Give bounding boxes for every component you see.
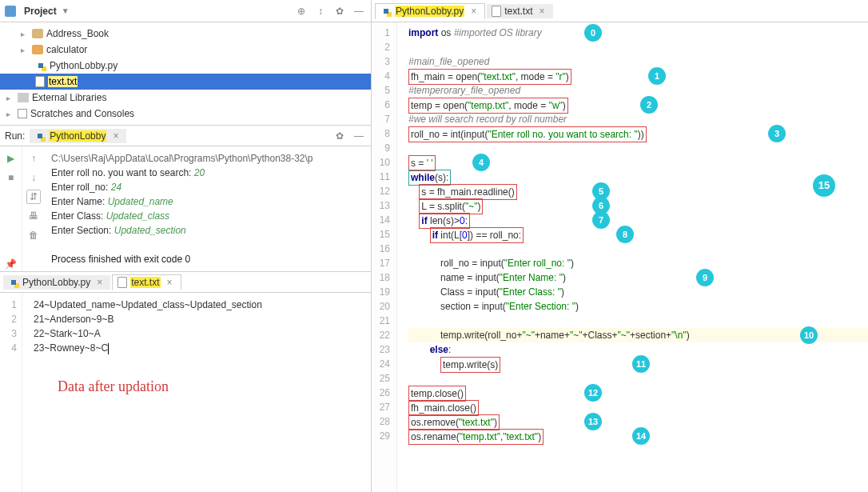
dropdown-icon[interactable]: ▼ <box>62 6 70 15</box>
tree-item-label: Scratches and Consoles <box>30 108 134 119</box>
project-toolbar: Project ▼ ⊕ ↕ ✿ — <box>0 0 371 22</box>
main-editor-tabs: PythonLobby.py×text.txt× <box>372 0 868 22</box>
wrap-icon[interactable]: ⇵ <box>26 190 41 204</box>
line-gutter: 1234 <box>0 293 22 492</box>
close-icon[interactable]: × <box>97 277 102 288</box>
annotation-text: Data after updation <box>58 379 371 394</box>
python-icon <box>8 277 19 288</box>
main-editor: 1234567891011121314151617181920212223242… <box>372 22 868 492</box>
run-console: ▶ ■ 📌 ↑ ↓ ⇵ 🖶 🗑 C:\Users\Raj\AppData\Loc… <box>0 146 371 272</box>
tree-item[interactable]: PythonLobby.py <box>0 58 371 74</box>
tab-label: PythonLobby.py <box>395 6 464 17</box>
annotation-bubble: 12 <box>584 384 602 402</box>
annotation-bubble: 3 <box>768 125 786 142</box>
annotation-bubble: 0 <box>584 24 602 42</box>
locate-icon[interactable]: ⊕ <box>294 4 309 18</box>
editor-tab[interactable]: PythonLobby.py× <box>375 3 485 19</box>
folder-icon <box>32 29 43 38</box>
text-file-icon <box>117 277 127 288</box>
tree-item-label: text.txt <box>48 76 78 87</box>
tab-label: PythonLobby.py <box>22 277 90 288</box>
annotation-bubble: 1 <box>648 67 666 85</box>
python-icon <box>35 60 46 71</box>
run-label: Run: <box>5 130 25 142</box>
text-file-icon <box>35 76 45 87</box>
run-header: Run: PythonLobby × ✿ — <box>0 126 371 146</box>
editor-tab[interactable]: text.txt× <box>487 4 552 18</box>
folder-icon <box>32 45 43 54</box>
annotation-bubble: 8 <box>616 226 634 243</box>
annotation-bubble: 4 <box>472 154 490 171</box>
annotation-bubble: 10 <box>800 326 818 344</box>
project-icon <box>5 6 16 17</box>
tree-item[interactable]: ▸calculator <box>0 42 371 58</box>
tree-item-label: Address_Book <box>46 28 109 39</box>
print-icon[interactable]: 🖶 <box>26 209 41 223</box>
close-icon[interactable]: × <box>167 277 173 288</box>
txt-editor-content[interactable]: 24~Updated_name~Updated_class~Updated_se… <box>22 293 371 492</box>
gear-icon[interactable]: ✿ <box>332 4 347 18</box>
run-tab[interactable]: PythonLobby × <box>30 129 126 143</box>
up-icon[interactable]: ↑ <box>26 151 41 166</box>
pin-icon[interactable]: 📌 <box>4 257 18 271</box>
annotation-bubble: 9 <box>696 269 714 286</box>
hide-icon[interactable]: — <box>352 4 366 18</box>
scratch-icon <box>18 109 27 118</box>
run-gutter-right: ↑ ↓ ⇵ 🖶 🗑 <box>22 146 45 271</box>
tree-item[interactable]: ▸Scratches and Consoles <box>0 106 371 122</box>
txt-editor: 1234 24~Updated_name~Updated_class~Updat… <box>0 293 371 492</box>
tab-label: text.txt <box>504 6 532 17</box>
expand-icon[interactable]: ↕ <box>313 4 328 18</box>
stop-icon[interactable]: ■ <box>4 170 18 185</box>
annotation-bubble: 7 <box>592 211 610 229</box>
project-tree: ▸Address_Book▸calculatorPythonLobby.pyte… <box>0 22 371 126</box>
console-output[interactable]: C:\Users\Raj\AppData\Local\Programs\Pyth… <box>45 146 371 271</box>
hide-icon[interactable]: — <box>352 129 366 143</box>
main-line-gutter: 1234567891011121314151617181920212223242… <box>372 22 397 492</box>
annotation-bubble: 11 <box>632 355 650 373</box>
editor-tab[interactable]: PythonLobby.py× <box>3 275 110 290</box>
tab-label: text.txt <box>130 277 160 288</box>
annotation-bubble: 15 <box>813 174 835 197</box>
python-icon <box>380 6 392 17</box>
close-icon[interactable]: × <box>113 130 118 142</box>
annotation-bubble: 13 <box>584 413 602 430</box>
down-icon[interactable]: ↓ <box>26 170 41 185</box>
run-icon[interactable]: ▶ <box>4 151 18 166</box>
tree-item-label: calculator <box>46 44 87 55</box>
close-icon[interactable]: × <box>471 6 476 17</box>
close-icon[interactable]: × <box>540 6 545 17</box>
gear-icon[interactable]: ✿ <box>332 129 347 143</box>
main-editor-content[interactable]: import os #imported OS library0 #main_fi… <box>397 22 868 492</box>
tree-item[interactable]: text.txt <box>0 74 371 90</box>
annotation-bubble: 2 <box>640 96 658 114</box>
tree-item-label: External Libraries <box>32 92 106 103</box>
annotation-bubble: 14 <box>632 427 650 445</box>
trash-icon[interactable]: 🗑 <box>26 228 41 242</box>
tree-item-label: PythonLobby.py <box>50 60 117 71</box>
bottom-editor-tabs: PythonLobby.py×text.txt× <box>0 272 371 293</box>
python-icon <box>34 130 46 142</box>
library-icon <box>18 93 29 102</box>
project-title: Project <box>24 6 57 17</box>
tree-item[interactable]: ▸External Libraries <box>0 90 371 106</box>
run-tab-label: PythonLobby <box>49 130 106 142</box>
editor-tab[interactable]: text.txt× <box>112 274 181 290</box>
run-gutter-left: ▶ ■ 📌 <box>0 146 22 271</box>
tree-item[interactable]: ▸Address_Book <box>0 26 371 42</box>
text-file-icon <box>492 6 501 17</box>
